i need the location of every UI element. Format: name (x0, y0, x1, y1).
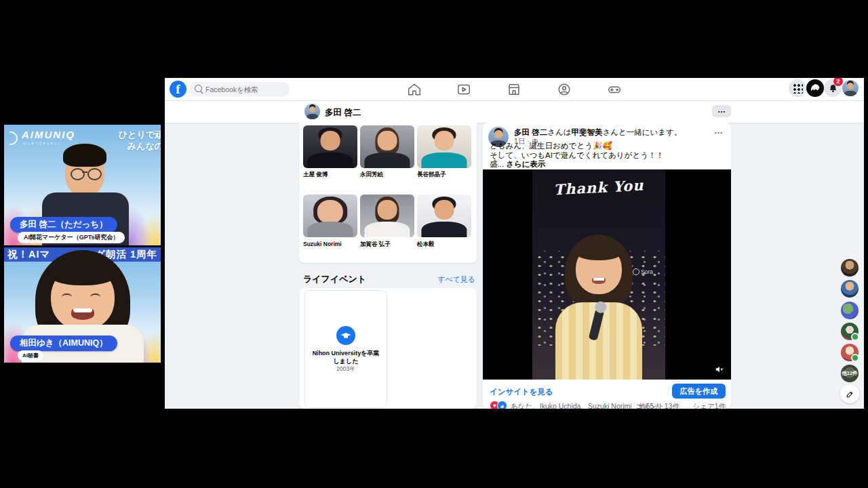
life-event-year: 2003年 (305, 365, 387, 373)
compose-pencil-icon (846, 390, 854, 399)
webcam-tile-tada: AIMUNIQ AIと愛で世界を幸せに ひとりで頑 みんなの 多田 啓二（ただっ… (4, 125, 161, 245)
name-tag-tada: 多田 啓二（ただっち） (10, 217, 117, 232)
facebook-screen-share: f (165, 78, 864, 409)
post-author-name[interactable]: 多田 啓二 (514, 128, 547, 136)
friend-name[interactable]: 永田芳絵 (360, 171, 383, 179)
name-tag-aida: 相田ゆき（AIMUNIQ） (10, 336, 117, 351)
notification-badge: 2 (833, 78, 843, 86)
online-status-dot (851, 333, 859, 341)
post-more-button[interactable]: … (714, 125, 723, 136)
friend-photo[interactable] (360, 195, 414, 237)
video-frame: Thank You Sora (532, 169, 665, 380)
shares-count[interactable]: シェア1件 (692, 402, 726, 409)
messenger-icon (811, 84, 820, 92)
post-tagged-name[interactable]: 甲斐智美 (572, 128, 603, 136)
video-watermark: Sora (633, 268, 653, 275)
thumb-up-icon (500, 403, 505, 409)
groups-icon (557, 82, 572, 97)
aimuniq-logo-mark-icon (9, 131, 18, 145)
contact-avatar[interactable] (841, 344, 859, 361)
marketplace-icon (507, 82, 521, 97)
online-status-dot (851, 354, 859, 362)
search-input[interactable] (189, 82, 290, 96)
insights-link[interactable]: インサイトを見る (490, 387, 553, 397)
aimuniq-logo: AIMUNIQ (22, 129, 75, 140)
role-tag-tada: AI開花マーケター（GPTs研究会） (18, 232, 125, 243)
home-icon (407, 82, 422, 97)
contacts-more-count: 他12件 (841, 365, 859, 382)
nav-groups[interactable] (557, 82, 572, 97)
post-text-line1: ともみん、誕生日おめでとう🎉🥰 (490, 142, 612, 150)
gaming-icon (607, 82, 622, 97)
life-events-title: ライフイベント (303, 273, 366, 285)
nav-watch[interactable] (456, 82, 471, 97)
post-video[interactable]: Thank You Sora (483, 169, 731, 380)
nav-gaming[interactable] (607, 82, 622, 97)
friend-name[interactable]: 加賀谷 弘子 (360, 241, 391, 249)
facebook-header: f (165, 78, 864, 123)
contact-avatar[interactable] (841, 302, 859, 319)
post-text-line3: 盛... さらに表示 (490, 160, 546, 169)
grid-menu-icon (792, 83, 803, 94)
mute-icon[interactable] (715, 365, 724, 374)
nav-marketplace[interactable] (507, 82, 521, 97)
like-reaction-icon[interactable] (497, 401, 507, 409)
person-aida (51, 266, 115, 330)
life-event-item[interactable]: Nihon Universityを卒業しました 2003年 (304, 290, 387, 408)
post-text-line2: そして、いつもAIで遊んでくれてありがとう！！ (490, 151, 664, 160)
life-events-see-all-link[interactable]: すべて見る (437, 274, 475, 285)
friend-photo[interactable] (303, 125, 357, 168)
post-header-line: 多田 啓二さんは甲斐智美さんと一緒にいます。 (514, 127, 682, 138)
contact-avatar[interactable] (841, 280, 859, 298)
friend-photo[interactable] (417, 195, 471, 237)
contact-avatar[interactable] (841, 259, 859, 277)
video-call-stage: AIMUNIQ AIと愛で世界を幸せに ひとりで頑 みんなの 多田 啓二（ただっ… (0, 0, 868, 488)
watermark-icon (633, 268, 639, 275)
search-icon (195, 85, 202, 92)
account-avatar[interactable] (842, 80, 859, 96)
profile-more-button[interactable]: … (712, 105, 731, 117)
friend-name[interactable]: 松本毅 (417, 241, 435, 249)
graduation-cap-icon (340, 329, 352, 342)
background-slogan: ひとりで頑 みんなの (119, 129, 161, 152)
life-event-text: Nihon Universityを卒業しました (311, 349, 381, 365)
see-more-link[interactable]: さらに表示 (506, 160, 545, 168)
graduation-badge (336, 326, 355, 345)
role-tag-aida: AI秘書 (18, 350, 43, 361)
messenger-button[interactable] (806, 79, 824, 97)
video-overlay-text: Thank You (532, 176, 665, 199)
comments-count[interactable]: コメント13件 (635, 402, 679, 409)
friend-photo[interactable] (417, 125, 471, 168)
header-divider (165, 100, 864, 101)
create-ad-button[interactable]: 広告を作成 (672, 384, 726, 399)
friend-name[interactable]: 土屋 俊博 (303, 171, 328, 179)
friend-photo[interactable] (303, 195, 357, 237)
glasses (69, 168, 102, 179)
menu-button[interactable] (789, 79, 806, 97)
friend-photo[interactable] (360, 125, 414, 168)
contact-avatar[interactable] (841, 323, 859, 340)
friends-card: 土屋 俊博 永田芳絵 長谷部晶子 Suzuki Norimi 加賀谷 弘子 松本… (299, 123, 477, 263)
webcam-tile-aida: 祝！AIマ グ朝活 1周年 相田ゆき（AIMUNIQ） AI秘書 (4, 247, 161, 363)
post-card: 多田 啓二さんは甲斐智美さんと一緒にいます。 1日 · … ともみん、誕生日おめ… (483, 123, 731, 409)
video-person-face (576, 245, 622, 294)
life-events-card: Nihon Universityを卒業しました 2003年 (299, 288, 477, 409)
profile-page-name[interactable]: 多田 啓二 (325, 107, 361, 119)
profile-page-avatar[interactable] (304, 104, 320, 119)
friend-name[interactable]: 長谷部晶子 (417, 171, 446, 179)
nav-home[interactable] (407, 82, 422, 97)
watch-icon (456, 82, 471, 97)
aimuniq-tagline: AIと愛で世界を幸せに (23, 142, 62, 145)
contact-avatar-more[interactable]: 他12件 (841, 365, 859, 382)
new-message-button[interactable] (840, 384, 859, 403)
facebook-logo[interactable]: f (170, 81, 186, 98)
friend-name[interactable]: Suzuki Norimi (303, 241, 342, 247)
